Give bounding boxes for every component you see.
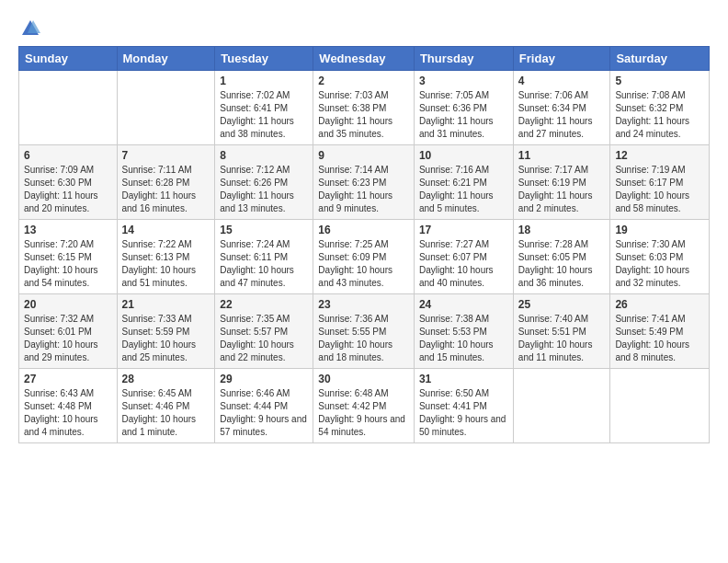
day-number: 19 [615, 224, 704, 236]
calendar-cell: 13Sunrise: 7:20 AM Sunset: 6:15 PM Dayli… [19, 220, 118, 294]
calendar-cell: 9Sunrise: 7:14 AM Sunset: 6:23 PM Daylig… [313, 145, 415, 220]
day-of-week-header: Tuesday [215, 47, 313, 71]
calendar-cell: 20Sunrise: 7:32 AM Sunset: 6:01 PM Dayli… [19, 294, 118, 369]
day-number: 27 [24, 373, 112, 385]
calendar-cell [610, 369, 710, 443]
calendar-table: SundayMondayTuesdayWednesdayThursdayFrid… [18, 46, 710, 443]
day-info: Sunrise: 7:17 AM Sunset: 6:19 PM Dayligh… [518, 164, 606, 215]
day-number: 2 [318, 75, 409, 87]
day-number: 16 [318, 224, 409, 236]
calendar-cell: 2Sunrise: 7:03 AM Sunset: 6:38 PM Daylig… [313, 71, 415, 145]
day-info: Sunrise: 6:48 AM Sunset: 4:42 PM Dayligh… [318, 387, 409, 439]
day-info: Sunrise: 6:45 AM Sunset: 4:46 PM Dayligh… [122, 387, 210, 439]
calendar-cell: 31Sunrise: 6:50 AM Sunset: 4:41 PM Dayli… [414, 369, 513, 443]
calendar-cell: 17Sunrise: 7:27 AM Sunset: 6:07 PM Dayli… [414, 220, 513, 294]
calendar-cell [117, 71, 215, 145]
day-number: 25 [518, 298, 606, 311]
calendar-cell: 11Sunrise: 7:17 AM Sunset: 6:19 PM Dayli… [513, 145, 610, 220]
day-info: Sunrise: 6:50 AM Sunset: 4:41 PM Dayligh… [419, 387, 508, 439]
calendar-page: SundayMondayTuesdayWednesdayThursdayFrid… [0, 0, 728, 563]
day-info: Sunrise: 7:02 AM Sunset: 6:41 PM Dayligh… [220, 89, 308, 141]
header [18, 15, 710, 39]
day-number: 7 [122, 149, 210, 162]
day-of-week-header: Friday [513, 47, 610, 71]
day-number: 1 [220, 75, 308, 87]
day-number: 5 [615, 75, 704, 87]
calendar-cell: 10Sunrise: 7:16 AM Sunset: 6:21 PM Dayli… [414, 145, 513, 220]
calendar-cell: 25Sunrise: 7:40 AM Sunset: 5:51 PM Dayli… [513, 294, 610, 369]
calendar-cell: 22Sunrise: 7:35 AM Sunset: 5:57 PM Dayli… [215, 294, 313, 369]
day-info: Sunrise: 7:20 AM Sunset: 6:15 PM Dayligh… [24, 238, 112, 290]
day-info: Sunrise: 7:33 AM Sunset: 5:59 PM Dayligh… [122, 313, 210, 364]
day-number: 14 [122, 224, 210, 236]
day-number: 11 [518, 149, 606, 162]
day-of-week-header: Sunday [19, 47, 118, 71]
calendar-cell: 6Sunrise: 7:09 AM Sunset: 6:30 PM Daylig… [19, 145, 118, 220]
calendar-cell: 7Sunrise: 7:11 AM Sunset: 6:28 PM Daylig… [117, 145, 215, 220]
day-number: 12 [615, 149, 704, 162]
calendar-cell: 24Sunrise: 7:38 AM Sunset: 5:53 PM Dayli… [414, 294, 513, 369]
day-info: Sunrise: 7:05 AM Sunset: 6:36 PM Dayligh… [419, 89, 508, 141]
day-info: Sunrise: 7:35 AM Sunset: 5:57 PM Dayligh… [220, 313, 308, 364]
calendar-cell: 29Sunrise: 6:46 AM Sunset: 4:44 PM Dayli… [215, 369, 313, 443]
day-number: 21 [122, 298, 210, 311]
day-info: Sunrise: 7:19 AM Sunset: 6:17 PM Dayligh… [615, 164, 704, 215]
day-info: Sunrise: 7:41 AM Sunset: 5:49 PM Dayligh… [615, 313, 704, 364]
day-info: Sunrise: 6:46 AM Sunset: 4:44 PM Dayligh… [220, 387, 308, 439]
day-info: Sunrise: 7:32 AM Sunset: 6:01 PM Dayligh… [24, 313, 112, 364]
day-info: Sunrise: 7:12 AM Sunset: 6:26 PM Dayligh… [220, 164, 308, 215]
logo [18, 18, 40, 39]
calendar-cell [513, 369, 610, 443]
day-number: 15 [220, 224, 308, 236]
day-info: Sunrise: 7:09 AM Sunset: 6:30 PM Dayligh… [24, 164, 112, 215]
day-of-week-header: Saturday [610, 47, 710, 71]
calendar-cell: 8Sunrise: 7:12 AM Sunset: 6:26 PM Daylig… [215, 145, 313, 220]
day-info: Sunrise: 7:16 AM Sunset: 6:21 PM Dayligh… [419, 164, 508, 215]
day-number: 22 [220, 298, 308, 311]
day-info: Sunrise: 7:40 AM Sunset: 5:51 PM Dayligh… [518, 313, 606, 364]
day-info: Sunrise: 7:22 AM Sunset: 6:13 PM Dayligh… [122, 238, 210, 290]
day-number: 8 [220, 149, 308, 162]
day-info: Sunrise: 6:43 AM Sunset: 4:48 PM Dayligh… [24, 387, 112, 439]
day-number: 18 [518, 224, 606, 236]
day-of-week-header: Thursday [414, 47, 513, 71]
day-info: Sunrise: 7:03 AM Sunset: 6:38 PM Dayligh… [318, 89, 409, 141]
day-info: Sunrise: 7:11 AM Sunset: 6:28 PM Dayligh… [122, 164, 210, 215]
day-number: 31 [419, 373, 508, 385]
calendar-cell: 23Sunrise: 7:36 AM Sunset: 5:55 PM Dayli… [313, 294, 415, 369]
calendar-cell: 15Sunrise: 7:24 AM Sunset: 6:11 PM Dayli… [215, 220, 313, 294]
day-number: 23 [318, 298, 409, 311]
calendar-cell: 21Sunrise: 7:33 AM Sunset: 5:59 PM Dayli… [117, 294, 215, 369]
day-number: 20 [24, 298, 112, 311]
day-number: 13 [24, 224, 112, 236]
calendar-cell: 12Sunrise: 7:19 AM Sunset: 6:17 PM Dayli… [610, 145, 710, 220]
calendar-cell: 18Sunrise: 7:28 AM Sunset: 6:05 PM Dayli… [513, 220, 610, 294]
day-info: Sunrise: 7:24 AM Sunset: 6:11 PM Dayligh… [220, 238, 308, 290]
calendar-cell: 1Sunrise: 7:02 AM Sunset: 6:41 PM Daylig… [215, 71, 313, 145]
day-number: 30 [318, 373, 409, 385]
calendar-cell: 26Sunrise: 7:41 AM Sunset: 5:49 PM Dayli… [610, 294, 710, 369]
day-info: Sunrise: 7:14 AM Sunset: 6:23 PM Dayligh… [318, 164, 409, 215]
day-info: Sunrise: 7:36 AM Sunset: 5:55 PM Dayligh… [318, 313, 409, 364]
day-info: Sunrise: 7:06 AM Sunset: 6:34 PM Dayligh… [518, 89, 606, 141]
logo-icon [20, 18, 40, 39]
calendar-cell: 4Sunrise: 7:06 AM Sunset: 6:34 PM Daylig… [513, 71, 610, 145]
day-of-week-header: Monday [117, 47, 215, 71]
day-number: 6 [24, 149, 112, 162]
calendar-cell: 3Sunrise: 7:05 AM Sunset: 6:36 PM Daylig… [414, 71, 513, 145]
day-info: Sunrise: 7:25 AM Sunset: 6:09 PM Dayligh… [318, 238, 409, 290]
day-of-week-header: Wednesday [313, 47, 415, 71]
calendar-cell: 14Sunrise: 7:22 AM Sunset: 6:13 PM Dayli… [117, 220, 215, 294]
day-number: 10 [419, 149, 508, 162]
day-number: 9 [318, 149, 409, 162]
calendar-cell: 19Sunrise: 7:30 AM Sunset: 6:03 PM Dayli… [610, 220, 710, 294]
day-info: Sunrise: 7:27 AM Sunset: 6:07 PM Dayligh… [419, 238, 508, 290]
calendar-cell: 28Sunrise: 6:45 AM Sunset: 4:46 PM Dayli… [117, 369, 215, 443]
day-info: Sunrise: 7:08 AM Sunset: 6:32 PM Dayligh… [615, 89, 704, 141]
day-number: 3 [419, 75, 508, 87]
calendar-cell: 5Sunrise: 7:08 AM Sunset: 6:32 PM Daylig… [610, 71, 710, 145]
day-number: 29 [220, 373, 308, 385]
calendar-cell: 16Sunrise: 7:25 AM Sunset: 6:09 PM Dayli… [313, 220, 415, 294]
calendar-cell [19, 71, 118, 145]
calendar-cell: 27Sunrise: 6:43 AM Sunset: 4:48 PM Dayli… [19, 369, 118, 443]
